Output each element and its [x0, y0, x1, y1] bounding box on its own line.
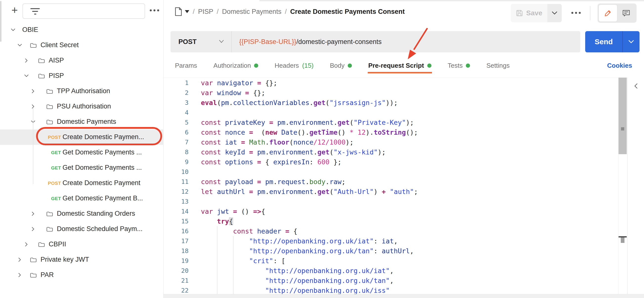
sidebar-more-icon[interactable] [150, 10, 159, 11]
breadcrumb-request-name[interactable]: Create Domestic Payments Consent [290, 8, 405, 16]
line-number: 21 [164, 277, 188, 284]
request-tabs: ParamsAuthorizationHeaders(15)BodyPre-re… [164, 58, 644, 78]
send-dropdown-button[interactable] [623, 31, 640, 52]
sidebar-item-label: CBPII [49, 240, 66, 248]
sidebar-item-label: Get Domestic Payments ... [62, 164, 142, 172]
sidebar-item-create-domestic-payment[interactable]: POSTCreate Domestic Payment [0, 176, 164, 191]
sidebar-item-label: PSU Authorisation [57, 102, 111, 110]
folder-icon [46, 210, 54, 217]
sidebar-item-par[interactable]: PAR [0, 267, 164, 283]
folder-icon [46, 88, 54, 94]
sidebar-item-label: Client Secret [40, 41, 79, 49]
editor-hscrollbar-track[interactable] [164, 294, 644, 298]
line-number: 2 [164, 89, 188, 96]
tab-body[interactable]: Body [330, 58, 352, 74]
sidebar-item-get-domestic-payment-b[interactable]: GETGet Domestic Payment B... [0, 191, 164, 206]
sidebar-item-domestic-scheduled-paym[interactable]: Domestic Scheduled Paym... [0, 222, 164, 237]
filter-input[interactable] [22, 4, 145, 19]
breadcrumb-separator: / [285, 8, 287, 16]
sidebar-item-get-domestic-payments[interactable]: GETGet Domestic Payments ... [0, 145, 164, 160]
sidebar-item-cbpii[interactable]: CBPII [0, 237, 164, 252]
url-input[interactable]: {{PISP-Base-URL}}/domestic-payment-conse… [239, 38, 382, 46]
chevron-right-icon[interactable] [30, 88, 36, 94]
breadcrumb-collection[interactable]: PISP [198, 8, 214, 16]
tab-authorization[interactable]: Authorization [213, 58, 259, 74]
folder-icon [30, 256, 37, 263]
code-text: try{ [201, 218, 233, 225]
code-text: const iat = Math.floor(nonce/12/1000); [201, 138, 354, 146]
sidebar-item-psu-authorisation[interactable]: PSU Authorisation [0, 99, 164, 114]
sidebar-item-create-domestic-paymen[interactable]: POSTCreate Domestic Paymen... [0, 130, 164, 145]
code-text: let authUrl = pm.environment.get("Auth-U… [201, 188, 418, 196]
tab-tests[interactable]: Tests [447, 58, 471, 74]
folder-icon [38, 72, 45, 79]
tab-count: (15) [302, 62, 314, 70]
code-line-3: 3eval(pm.collectionVariables.get("jsrsas… [164, 98, 627, 108]
line-number: 11 [164, 178, 188, 185]
line-number: 3 [164, 99, 188, 106]
folder-icon [30, 272, 37, 278]
line-number: 5 [164, 119, 188, 126]
chevron-right-icon[interactable] [24, 242, 29, 247]
code-line-15: 15 try{ [164, 216, 627, 226]
chevron-right-icon[interactable] [24, 58, 29, 63]
code-line-2: 2var window = {}; [164, 88, 627, 98]
line-number: 4 [164, 109, 188, 116]
code-text: var window = {}; [201, 89, 265, 96]
tab-label: Authorization [214, 62, 251, 70]
line-number: 17 [164, 238, 188, 245]
chevron-right-icon[interactable] [17, 272, 22, 278]
chevron-down-icon[interactable] [24, 73, 29, 78]
send-button[interactable]: Send [585, 31, 623, 52]
sidebar-item-tpp-authorisation[interactable]: TPP Authorisation [0, 84, 164, 99]
chevron-down-icon[interactable] [17, 42, 22, 48]
collapse-panel-icon[interactable] [634, 83, 638, 89]
tab-label: Headers [274, 62, 299, 70]
request-doc-icon[interactable] [174, 7, 182, 16]
sidebar-item-obie[interactable]: OBIE [0, 22, 164, 38]
chevron-down-icon[interactable] [10, 27, 16, 32]
tab-settings[interactable]: Settings [486, 58, 510, 74]
pre-request-script-editor[interactable]: 1var navigator = {};2var window = {};3ev… [164, 78, 627, 298]
line-number: 8 [164, 148, 188, 156]
code-line-7: 7const iat = Math.floor(nonce/12/1000); [164, 137, 627, 147]
sidebar-item-domestic-standing-orders[interactable]: Domestic Standing Orders [0, 206, 164, 222]
tab-pre-request-script[interactable]: Pre-request Script [368, 58, 432, 74]
cookies-link[interactable]: Cookies [607, 62, 632, 70]
chevron-right-icon[interactable] [17, 257, 22, 262]
sidebar-item-aisp[interactable]: AISP [0, 53, 164, 68]
sidebar-item-get-domestic-payments[interactable]: GETGet Domestic Payments ... [0, 160, 164, 176]
code-line-4: 4 [164, 108, 627, 117]
tab-label: Pre-request Script [368, 62, 424, 70]
chevron-right-icon[interactable] [30, 226, 36, 232]
sidebar-item-label: AISP [49, 56, 64, 64]
code-text: const payload = pm.request.body.raw; [201, 178, 346, 186]
request-more-icon[interactable] [571, 12, 581, 14]
tab-label: Body [330, 62, 344, 70]
code-text: "http://openbanking.org.uk/iat": iat, [201, 237, 398, 245]
line-number: 6 [164, 129, 188, 136]
tab-params[interactable]: Params [174, 58, 198, 74]
method-select[interactable]: POST [170, 31, 232, 52]
sidebar-item-private-key-jwt[interactable]: Private key JWT [0, 252, 164, 267]
code-line-6: 6const nonce = (new Date().getTime() * 1… [164, 127, 627, 137]
save-button[interactable]: Save [511, 4, 548, 22]
new-collection-button[interactable]: + [9, 5, 20, 16]
sidebar-item-pisp[interactable]: PISP [0, 68, 164, 84]
code-text: var jwt = () =>{ [201, 208, 265, 215]
save-dropdown-button[interactable] [548, 4, 562, 22]
line-number: 19 [164, 257, 188, 264]
sidebar-item-client-secret[interactable]: Client Secret [0, 38, 164, 53]
editor-scrollbar-thumb[interactable] [618, 78, 627, 154]
breadcrumb-separator: / [217, 8, 219, 16]
comment-icon [622, 9, 630, 17]
comments-button[interactable] [617, 5, 635, 22]
sidebar-item-label: Domestic Payments [57, 118, 116, 126]
breadcrumb-folder[interactable]: Domestic Payments [222, 8, 282, 16]
sidebar-item-domestic-payments[interactable]: Domestic Payments [0, 114, 164, 130]
edit-mode-button[interactable] [599, 5, 617, 22]
tab-headers[interactable]: Headers(15) [274, 58, 314, 74]
tab-status-dot [427, 64, 432, 68]
doc-dropdown-caret-icon[interactable] [185, 10, 189, 13]
chevron-right-icon[interactable] [30, 211, 36, 216]
